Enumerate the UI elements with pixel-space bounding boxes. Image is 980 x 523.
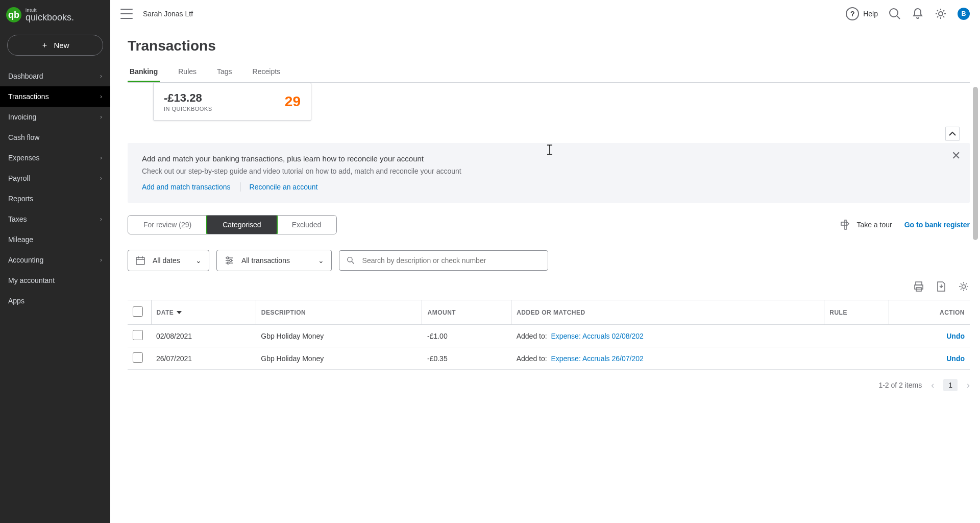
subtab-receipts[interactable]: Receipts: [251, 62, 282, 82]
info-subtitle: Check out our step-by-step guide and vid…: [142, 167, 955, 175]
date-filter-label: All dates: [153, 256, 180, 265]
chevron-right-icon: ›: [100, 216, 102, 223]
link-add-match[interactable]: Add and match transactions: [142, 183, 231, 191]
transactions-table: DATE DESCRIPTION AMOUNT ADDED OR MATCHED…: [128, 300, 970, 370]
close-icon[interactable]: ✕: [951, 149, 961, 162]
col-added[interactable]: ADDED OR MATCHED: [511, 300, 824, 325]
sidebar-item-accounting[interactable]: Accounting›: [0, 250, 110, 270]
sidebar-item-cash-flow[interactable]: Cash flow: [0, 127, 110, 148]
cell-added: Added to: Expense: Accruals 02/08/202: [511, 325, 824, 347]
nav-label: Transactions: [8, 92, 49, 101]
undo-link[interactable]: Undo: [946, 332, 965, 340]
cell-desc: Gbp Holiday Money: [256, 325, 422, 347]
new-button[interactable]: ＋ New: [7, 35, 103, 56]
search-input[interactable]: [362, 256, 541, 265]
col-date[interactable]: DATE: [151, 300, 256, 325]
col-desc[interactable]: DESCRIPTION: [256, 300, 422, 325]
account-amount: -£13.28: [164, 91, 212, 105]
brand-logo: qb intuit quickbooks.: [0, 0, 110, 30]
nav-label: Taxes: [8, 215, 27, 223]
menu-toggle-icon[interactable]: [120, 9, 133, 19]
page-number[interactable]: 1: [943, 379, 958, 391]
subtab-banking[interactable]: Banking: [128, 62, 160, 82]
col-amount[interactable]: AMOUNT: [422, 300, 511, 325]
export-icon[interactable]: [935, 280, 947, 293]
sidebar-item-payroll[interactable]: Payroll›: [0, 168, 110, 188]
vertical-scrollbar[interactable]: [973, 87, 978, 240]
account-summary-card[interactable]: -£13.28 IN QUICKBOOKS 29: [153, 83, 311, 121]
sidebar-item-my-accountant[interactable]: My accountant: [0, 270, 110, 291]
segment-categorised[interactable]: Categorised: [206, 215, 278, 234]
sidebar-item-transactions[interactable]: Transactions›: [0, 86, 110, 107]
added-link[interactable]: Expense: Accruals 26/07/202: [551, 354, 643, 363]
table-row[interactable]: 26/07/2021 Gbp Holiday Money -£0.35 Adde…: [128, 347, 970, 370]
sidebar-item-expenses[interactable]: Expenses›: [0, 148, 110, 168]
pagination-range: 1-2 of 2 items: [878, 381, 922, 389]
subtab-rules[interactable]: Rules: [176, 62, 199, 82]
chevron-right-icon: ›: [100, 256, 102, 264]
date-filter-select[interactable]: All dates ⌄: [128, 250, 209, 271]
logo-name: quickbooks.: [26, 13, 74, 22]
help-icon: ?: [846, 7, 859, 20]
collapse-chevron-up-icon[interactable]: [945, 127, 960, 141]
chevron-down-icon: ⌄: [195, 256, 202, 265]
svg-point-11: [227, 257, 229, 259]
plus-icon: ＋: [41, 40, 48, 50]
prev-page-icon[interactable]: ‹: [931, 380, 934, 391]
notifications-icon[interactable]: [912, 8, 924, 20]
nav-label: Reports: [8, 195, 33, 203]
segment-excluded[interactable]: Excluded: [277, 216, 337, 234]
nav-label: Invoicing: [8, 113, 36, 121]
review-count: 29: [285, 93, 301, 110]
sidebar-item-reports[interactable]: Reports: [0, 188, 110, 209]
nav-label: Mileage: [8, 235, 33, 244]
search-icon: [347, 256, 355, 265]
nav-label: Payroll: [8, 174, 30, 182]
sort-desc-icon: [177, 311, 182, 314]
row-checkbox[interactable]: [133, 352, 143, 363]
subtab-tags[interactable]: Tags: [215, 62, 234, 82]
sidebar-item-mileage[interactable]: Mileage: [0, 229, 110, 250]
print-icon[interactable]: [913, 280, 925, 293]
cell-date: 26/07/2021: [151, 347, 256, 370]
settings-gear-icon[interactable]: [934, 7, 947, 20]
bank-register-link[interactable]: Go to bank register: [904, 221, 970, 229]
nav-label: My accountant: [8, 276, 55, 284]
svg-rect-4: [136, 257, 144, 265]
sidebar-item-invoicing[interactable]: Invoicing›: [0, 107, 110, 127]
link-reconcile[interactable]: Reconcile an account: [250, 183, 318, 191]
company-name: Sarah Jonas Ltf: [143, 10, 193, 18]
select-all-checkbox[interactable]: [133, 306, 143, 317]
row-checkbox[interactable]: [133, 330, 143, 340]
added-link[interactable]: Expense: Accruals 02/08/202: [551, 332, 643, 340]
sidebar-item-taxes[interactable]: Taxes›: [0, 209, 110, 229]
table-row[interactable]: 02/08/2021 Gbp Holiday Money -£1.00 Adde…: [128, 325, 970, 347]
segment-for[interactable]: For review (29): [128, 216, 207, 234]
nav-label: Cash flow: [8, 133, 39, 141]
avatar[interactable]: B: [958, 8, 970, 20]
search-input-wrap[interactable]: [339, 250, 548, 271]
chevron-right-icon: ›: [100, 113, 102, 121]
col-action[interactable]: ACTION: [889, 300, 970, 325]
txn-filter-select[interactable]: All transactions ⌄: [216, 250, 332, 271]
table-settings-gear-icon[interactable]: [958, 280, 970, 293]
cell-rule: [824, 325, 889, 347]
next-page-icon[interactable]: ›: [967, 380, 970, 391]
cell-amount: -£1.00: [422, 325, 511, 347]
col-rule[interactable]: RULE: [824, 300, 889, 325]
take-tour-link[interactable]: Take a tour: [840, 220, 892, 230]
nav-label: Accounting: [8, 256, 43, 264]
sidebar-item-dashboard[interactable]: Dashboard›: [0, 66, 110, 86]
help-label: Help: [863, 10, 878, 18]
undo-link[interactable]: Undo: [946, 354, 965, 363]
calendar-icon: [135, 255, 145, 266]
account-label: IN QUICKBOOKS: [164, 106, 212, 112]
sidebar-item-apps[interactable]: Apps: [0, 291, 110, 311]
search-icon[interactable]: [888, 7, 901, 20]
nav-label: Dashboard: [8, 72, 43, 80]
new-button-label: New: [54, 41, 69, 50]
help-button[interactable]: ? Help: [846, 7, 878, 20]
cell-rule: [824, 347, 889, 370]
svg-rect-3: [845, 220, 846, 229]
cell-desc: Gbp Holiday Money: [256, 347, 422, 370]
